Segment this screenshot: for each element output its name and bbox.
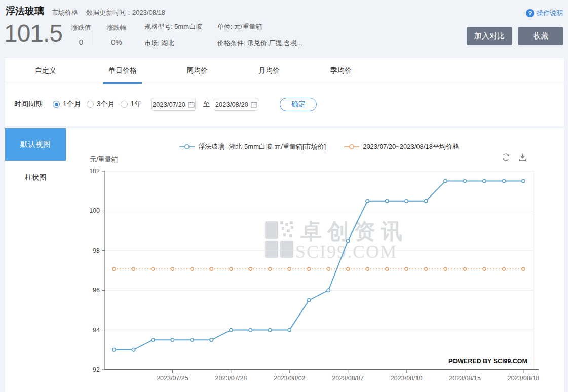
unit-label: 单位: 元/重量箱 — [217, 23, 262, 30]
change-pct-label: 涨跌幅 — [101, 23, 132, 32]
tab-daily-price[interactable]: 单日价格 — [108, 58, 137, 83]
tabs-filter-card: 自定义 单日价格 周均价 月均价 季均价 时间周期 1个月 3个月 1年 202… — [5, 58, 564, 126]
price-condition: 价格条件: 承兑价,厂提,含税... — [217, 39, 302, 47]
header-buttons: 加入对比 收藏 — [467, 27, 563, 45]
tab-custom[interactable]: 自定义 — [35, 58, 56, 83]
favorite-button[interactable]: 收藏 — [518, 27, 563, 45]
calendar-icon — [251, 101, 257, 108]
header: 浮法玻璃 市场价格 数据更新时间：2023/08/18 ? 操作说明 101.5… — [0, 0, 568, 57]
radio-icon — [53, 101, 60, 108]
change-pct-block: 涨跌幅 0% — [101, 23, 132, 46]
svg-text:100: 100 — [89, 207, 100, 214]
question-icon: ? — [526, 9, 534, 17]
radio-3-month[interactable]: 3个月 — [87, 100, 115, 109]
svg-text:2023/07/28: 2023/07/28 — [215, 375, 247, 382]
svg-text:2023/08/15: 2023/08/15 — [449, 375, 481, 382]
period-label: 时间周期 — [14, 100, 43, 109]
radio-icon — [121, 101, 128, 108]
price-detail-page: { "header": { "title": "浮法玻璃", "subtitle… — [0, 0, 568, 392]
change-value: 0 — [66, 37, 96, 46]
svg-text:2023/08/02: 2023/08/02 — [274, 375, 306, 382]
change-value-label: 涨跌值 — [66, 23, 96, 32]
svg-text:2023/08/07: 2023/08/07 — [332, 375, 364, 382]
radio-icon — [87, 101, 94, 108]
svg-text:92: 92 — [93, 366, 100, 373]
market-price-label: 市场价格 — [52, 8, 78, 17]
radio-1-year[interactable]: 1年 — [121, 100, 142, 109]
end-date-input[interactable]: 2023/08/20 — [214, 98, 258, 111]
powered-by-label: POWERED BY SCI99.COM — [448, 358, 527, 365]
confirm-button[interactable]: 确定 — [280, 98, 317, 111]
change-value-block: 涨跌值 0 — [66, 23, 96, 46]
svg-text:94: 94 — [93, 327, 100, 334]
svg-text:2023/08/18: 2023/08/18 — [508, 375, 540, 382]
help-label: 操作说明 — [537, 9, 563, 18]
radio-1-month[interactable]: 1个月 — [53, 100, 81, 109]
help-link[interactable]: ? 操作说明 — [526, 9, 563, 18]
spec-model: 规格型号: 5mm白玻 — [144, 22, 215, 31]
change-pct-value: 0% — [101, 37, 132, 46]
svg-text:2023/07/25: 2023/07/25 — [157, 375, 188, 382]
tab-quarterly-avg[interactable]: 季均价 — [330, 58, 352, 83]
svg-text:2023/08/10: 2023/08/10 — [391, 375, 423, 382]
price-line-chart[interactable]: 92949698100102元/重量箱2023/07/252023/07/282… — [5, 128, 564, 392]
svg-text:102: 102 — [89, 168, 100, 175]
calendar-icon — [188, 101, 195, 108]
divider — [93, 25, 93, 45]
svg-text:元/重量箱: 元/重量箱 — [90, 155, 118, 163]
spec-info: 规格型号: 5mm白玻 单位: 元/重量箱 市场: 湖北 价格条件: 承兑价,厂… — [144, 22, 302, 55]
tab-bar: 自定义 单日价格 周均价 月均价 季均价 — [5, 58, 564, 83]
start-date-input[interactable]: 2023/07/20 — [151, 98, 196, 111]
chart-card: 默认视图 柱状图 浮法玻璃--湖北-5mm白玻-元/重量箱[市场价] 2023/… — [5, 128, 564, 392]
to-label: 至 — [203, 100, 210, 109]
current-price: 101.5 — [4, 19, 62, 47]
svg-text:96: 96 — [93, 287, 100, 294]
tab-weekly-avg[interactable]: 周均价 — [186, 58, 208, 83]
time-filter-row: 时间周期 1个月 3个月 1年 2023/07/20 至 2023/08/20 … — [14, 97, 317, 112]
tab-monthly-avg[interactable]: 月均价 — [258, 58, 280, 83]
data-update-time: 数据更新时间：2023/08/18 — [86, 8, 165, 17]
svg-text:98: 98 — [93, 247, 100, 254]
page-title: 浮法玻璃 — [6, 5, 44, 18]
add-compare-button[interactable]: 加入对比 — [467, 27, 512, 45]
market-region: 市场: 湖北 — [144, 38, 215, 48]
